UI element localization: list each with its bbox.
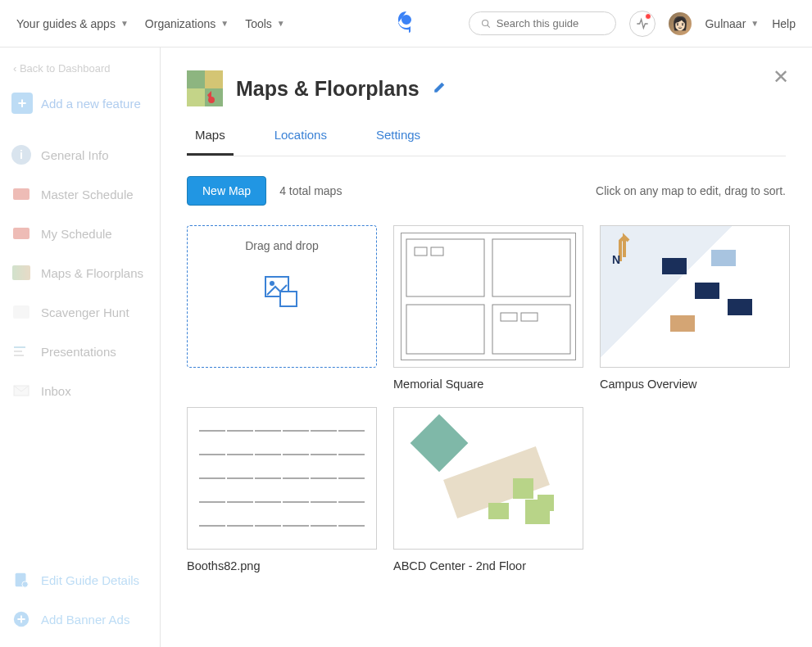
svg-rect-4: [14, 355, 24, 356]
sidebar-item-label: Edit Guide Details: [41, 573, 139, 587]
sidebar-item-general-info[interactable]: i General Info: [0, 135, 160, 174]
hint-label: Click on any map to edit, drag to sort.: [596, 184, 786, 197]
sidebar-item-presentations[interactable]: Presentations: [0, 332, 160, 371]
header-nav: Your guides & apps ▼ Organizations ▼ Too…: [16, 17, 285, 30]
sidebar-item-master-schedule[interactable]: Master Schedule: [0, 174, 160, 214]
map-card-abcd-center[interactable]: ABCD Center - 2nd Floor: [393, 407, 583, 572]
sidebar-item-label: Inbox: [41, 384, 71, 398]
sidebar-item-label: Presentations: [41, 345, 116, 359]
svg-rect-28: [488, 503, 509, 519]
dropzone-label: Drag and drop: [245, 239, 319, 252]
map-label: Memorial Square: [393, 378, 583, 391]
nav-tools[interactable]: Tools ▼: [245, 17, 285, 30]
map-card-campus-overview[interactable]: N Campus Overview: [600, 225, 790, 391]
tab-maps[interactable]: Maps: [187, 128, 234, 156]
plus-circle-icon: [11, 609, 31, 629]
svg-rect-18: [406, 305, 484, 354]
nav-organizations[interactable]: Organizations ▼: [145, 17, 229, 30]
svg-rect-2: [14, 346, 25, 348]
map-label: ABCD Center - 2nd Floor: [393, 559, 583, 572]
svg-point-12: [208, 97, 215, 103]
map-card-booths[interactable]: Booths82.png: [187, 407, 377, 572]
svg-rect-21: [431, 247, 443, 256]
map-thumbnail: [187, 407, 377, 550]
main-layout: ‹ Back to Dashboard + Add a new feature …: [0, 48, 812, 647]
tab-settings[interactable]: Settings: [368, 128, 429, 156]
sidebar-item-label: Add Banner Ads: [41, 613, 129, 627]
plus-icon: +: [11, 93, 33, 114]
user-menu[interactable]: Gulnaar ▼: [705, 17, 759, 30]
svg-rect-17: [492, 239, 570, 296]
calendar-icon: [11, 184, 31, 204]
svg-rect-20: [415, 247, 427, 256]
hunt-icon: [11, 302, 31, 322]
map-card-memorial-square[interactable]: Memorial Square: [393, 225, 583, 391]
top-header: Your guides & apps ▼ Organizations ▼ Too…: [0, 0, 812, 48]
calendar-icon: [11, 224, 31, 243]
sidebar-item-scavenger-hunt[interactable]: Scavenger Hunt: [0, 292, 160, 332]
chevron-down-icon: ▼: [220, 19, 229, 28]
chevron-down-icon: ▼: [751, 19, 759, 28]
sidebar-item-label: Maps & Floorplans: [41, 266, 143, 280]
svg-point-14: [270, 281, 274, 286]
svg-rect-22: [501, 313, 517, 321]
svg-text:N: N: [612, 253, 620, 265]
edit-guide-details[interactable]: Edit Guide Details: [0, 560, 160, 599]
header-right: 👩🏻 Gulnaar ▼ Help: [469, 11, 796, 37]
maps-grid: Drag and drop Memorial Square N Campus O…: [187, 225, 786, 572]
sidebar: ‹ Back to Dashboard + Add a new feature …: [0, 48, 161, 647]
help-link[interactable]: Help: [772, 17, 796, 30]
search-input[interactable]: [497, 17, 605, 29]
svg-rect-3: [14, 351, 22, 352]
logo[interactable]: [397, 10, 416, 38]
search-box[interactable]: [469, 11, 616, 35]
chevron-down-icon: ▼: [277, 19, 285, 28]
tab-locations[interactable]: Locations: [266, 128, 335, 156]
sidebar-item-label: My Schedule: [41, 227, 112, 241]
maps-feature-icon: [187, 70, 223, 106]
svg-point-7: [22, 581, 28, 587]
nav-guides[interactable]: Your guides & apps ▼: [16, 17, 129, 30]
svg-rect-11: [187, 88, 205, 106]
map-icon: [11, 263, 31, 283]
info-icon: i: [11, 145, 31, 165]
map-thumbnail: [393, 225, 583, 368]
map-thumbnail: [393, 407, 583, 550]
chevron-down-icon: ▼: [120, 19, 129, 28]
toolbar-left: New Map 4 total maps: [187, 176, 342, 206]
content-panel: ✕ Maps & Floorplans Maps Locations Setti…: [161, 48, 812, 647]
avatar[interactable]: 👩🏻: [669, 12, 692, 35]
add-feature-button[interactable]: + Add a new feature: [0, 86, 160, 120]
sidebar-item-inbox[interactable]: Inbox: [0, 371, 160, 410]
sidebar-item-label: Master Schedule: [41, 188, 134, 201]
sidebar-item-maps[interactable]: Maps & Floorplans: [0, 253, 160, 292]
tabs: Maps Locations Settings: [187, 128, 786, 156]
sidebar-item-label: General Info: [41, 148, 109, 162]
user-name-label: Gulnaar: [705, 17, 746, 30]
presentation-icon: [11, 342, 31, 361]
dropzone[interactable]: Drag and drop: [187, 225, 377, 368]
svg-rect-10: [205, 70, 223, 88]
svg-rect-27: [538, 495, 554, 511]
map-label: Booths82.png: [187, 559, 377, 572]
nav-label: Organizations: [145, 17, 215, 30]
search-icon: [481, 18, 491, 29]
content-header: Maps & Floorplans: [187, 70, 786, 106]
sidebar-item-my-schedule[interactable]: My Schedule: [0, 214, 160, 253]
svg-line-1: [488, 25, 490, 27]
back-to-dashboard[interactable]: ‹ Back to Dashboard: [0, 57, 160, 86]
add-feature-label: Add a new feature: [41, 97, 141, 111]
total-maps-label: 4 total maps: [279, 184, 342, 197]
nav-label: Tools: [245, 17, 272, 30]
map-label: Campus Overview: [600, 378, 790, 391]
svg-rect-15: [280, 292, 297, 306]
sidebar-bottom: Edit Guide Details Add Banner Ads: [0, 560, 160, 639]
add-banner-ads[interactable]: Add Banner Ads: [0, 599, 160, 639]
svg-rect-26: [513, 478, 533, 499]
edit-icon[interactable]: [433, 79, 447, 98]
new-map-button[interactable]: New Map: [187, 176, 266, 206]
close-button[interactable]: ✕: [773, 66, 789, 88]
svg-rect-23: [521, 313, 538, 321]
map-thumbnail: N: [600, 225, 790, 368]
activity-button[interactable]: [629, 11, 655, 37]
